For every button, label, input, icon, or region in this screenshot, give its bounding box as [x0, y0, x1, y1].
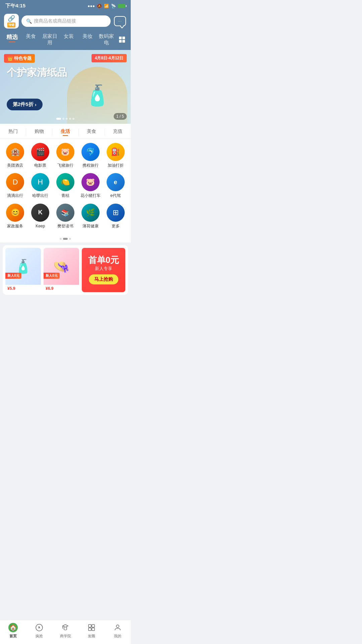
banner-indicator: 1 / 5	[114, 113, 127, 120]
app-icon-qingju: 🍋	[56, 173, 74, 191]
new-badge-2: 新人0元	[44, 273, 60, 279]
app-item-fandeng[interactable]: 📚 樊登读书	[54, 204, 77, 228]
app-item-didi[interactable]: D 滴滴出行	[4, 173, 26, 198]
app-label-keep: Keep	[36, 224, 45, 228]
banner-title: 个护家清纸品	[7, 67, 67, 78]
search-bar[interactable]: 🔍 搜商品名或商品链接	[21, 15, 111, 27]
grid-icon	[119, 37, 125, 43]
app-icon-edaijia: e	[107, 173, 125, 191]
app-label-heluo: 哈啰出行	[32, 193, 48, 198]
header: 🔗 转链 🔍 搜商品名或商品链接 ···	[0, 11, 131, 32]
product-img-2: 👒	[44, 248, 79, 285]
banner: 👑 特色专题 4月8日-4月12日 个护家清纸品 第2件5折 › 🧴 1 / 5	[0, 50, 131, 124]
app-grid: 🏨 美团酒店 🎬 电影票 🐷 飞猪旅行 🐬 携程旅行 ⛽ 加油	[0, 139, 131, 236]
app-icon-meituan: 🏨	[6, 143, 24, 161]
app-item-movie[interactable]: 🎬 电影票	[29, 143, 52, 168]
app-item-edaijia[interactable]: e e代驾	[104, 173, 127, 198]
promo-card[interactable]: 首单0元 新人专享 马上抢购	[82, 248, 125, 292]
nav-more-button[interactable]	[116, 32, 128, 47]
app-icon-fandeng: 📚	[56, 204, 74, 222]
app-item-heluo[interactable]: H 哈啰出行	[29, 173, 52, 198]
app-label-more: 更多	[112, 224, 120, 228]
tab-digital[interactable]: 数码家电	[97, 32, 116, 47]
wifi-icon: 📡	[111, 4, 116, 8]
app-item-feizhu[interactable]: 🐷 飞猪旅行	[54, 143, 77, 168]
app-row-2: D 滴滴出行 H 哈啰出行 🍋 青桔 🐷 花小猪打车 e e代驾	[3, 173, 128, 198]
app-item-gas[interactable]: ⛽ 加油打折	[104, 143, 127, 168]
tab-jujia[interactable]: 居家日用	[41, 32, 59, 47]
app-label-fandeng: 樊登读书	[57, 224, 73, 228]
dot-4	[69, 118, 71, 120]
nav-tabs: 精选 美食 居家日用 女装 美妆 数码家电	[0, 32, 131, 50]
app-item-bohe[interactable]: 🌿 薄荷健康	[79, 204, 102, 228]
app-label-bohe: 薄荷健康	[82, 224, 99, 228]
cat-tab-remen[interactable]: 热门	[0, 127, 26, 137]
app-label-xiecheng: 携程旅行	[82, 163, 99, 168]
logo-button[interactable]: 🔗 转链	[4, 14, 19, 29]
app-label-didi: 滴滴出行	[7, 193, 23, 198]
app-label-feizhu: 飞猪旅行	[57, 163, 73, 168]
app-icon-movie: 🎬	[31, 143, 49, 161]
page-dots	[0, 236, 131, 243]
battery-icon	[118, 4, 125, 8]
app-icon-feizhu: 🐷	[56, 143, 74, 161]
pdot-1	[60, 238, 62, 240]
new-badge-1: 新人0元	[5, 273, 21, 279]
app-item-huaxiaozhu[interactable]: 🐷 花小猪打车	[79, 173, 102, 198]
banner-cta-button[interactable]: 第2件5折 ›	[7, 99, 43, 110]
cat-tab-meishi2[interactable]: 美食	[79, 127, 105, 137]
app-item-qingju[interactable]: 🍋 青桔	[54, 173, 77, 198]
search-icon: 🔍	[26, 18, 32, 24]
pdot-3	[69, 238, 71, 240]
app-icon-bohe: 🌿	[81, 204, 100, 222]
app-label-huaxiaozhu: 花小猪打车	[80, 193, 101, 198]
banner-tag: 👑 特色专题	[4, 54, 35, 63]
dot-5	[72, 118, 74, 120]
promo-button[interactable]: 马上抢购	[89, 274, 118, 284]
promo-main-text: 首单0元	[88, 256, 119, 264]
app-row-3: 😊 家政服务 K Keep 📚 樊登读书 🌿 薄荷健康 ⊞ 更多	[3, 204, 128, 228]
dot-1	[56, 118, 61, 120]
dot-3	[66, 118, 68, 120]
status-bar: 下午4:15 ●●● 🔕 📶 📡	[0, 0, 131, 11]
app-label-qingju: 青桔	[61, 193, 69, 198]
app-item-jiajing[interactable]: 😊 家政服务	[4, 204, 26, 228]
app-icon-xiecheng: 🐬	[81, 143, 100, 161]
status-time: 下午4:15	[5, 3, 25, 9]
tab-jingxuan[interactable]: 精选	[3, 32, 21, 47]
signal-bars: 📶	[104, 4, 109, 8]
logo-icon: 🔗	[8, 15, 15, 22]
pdot-2	[63, 238, 68, 240]
app-label-meituan: 美团酒店	[7, 163, 23, 168]
tab-meizhuang[interactable]: 美妆	[78, 32, 97, 47]
tab-nvzhuang[interactable]: 女装	[59, 32, 78, 47]
app-label-jiajing: 家政服务	[7, 224, 23, 228]
app-label-gas: 加油打折	[108, 163, 124, 168]
search-placeholder: 搜商品名或商品链接	[34, 18, 76, 24]
app-label-movie: 电影票	[34, 163, 46, 168]
cat-tab-gouwu[interactable]: 购物	[26, 127, 52, 137]
app-item-xiecheng[interactable]: 🐬 携程旅行	[79, 143, 102, 168]
banner-btn-text: 第2件5折	[13, 101, 34, 108]
product-card-2[interactable]: 👒 新人0元 ¥6.9	[44, 248, 79, 292]
chat-button[interactable]: ···	[113, 14, 127, 28]
app-item-meituan[interactable]: 🏨 美团酒店	[4, 143, 26, 168]
app-item-keep[interactable]: K Keep	[29, 204, 52, 228]
app-icon-jiajing: 😊	[6, 204, 24, 222]
cat-tab-chongzhi[interactable]: 充值	[105, 127, 131, 137]
product-img-1: 🧴	[5, 248, 41, 285]
app-icon-didi: D	[6, 173, 24, 191]
app-icon-huaxiaozhu: 🐷	[81, 173, 100, 191]
banner-dots	[56, 118, 74, 120]
cat-tab-shenghuo[interactable]: 生活	[52, 127, 78, 137]
status-right: ●●● 🔕 📶 📡	[87, 4, 125, 8]
product-cards: 🧴 新人0元 ¥5.9 👒 新人0元 ¥6.9 首单0元 新人专享 马上抢购	[5, 248, 125, 292]
product-card-1[interactable]: 🧴 新人0元 ¥5.9	[5, 248, 41, 292]
logo-badge: 转链	[7, 22, 15, 28]
tab-meishi[interactable]: 美食	[21, 32, 40, 47]
dot-2	[62, 118, 64, 120]
app-icon-keep: K	[31, 204, 49, 222]
app-row-1: 🏨 美团酒店 🎬 电影票 🐷 飞猪旅行 🐬 携程旅行 ⛽ 加油	[3, 143, 128, 168]
app-item-more[interactable]: ⊞ 更多	[104, 204, 127, 228]
app-icon-gas: ⛽	[107, 143, 125, 161]
